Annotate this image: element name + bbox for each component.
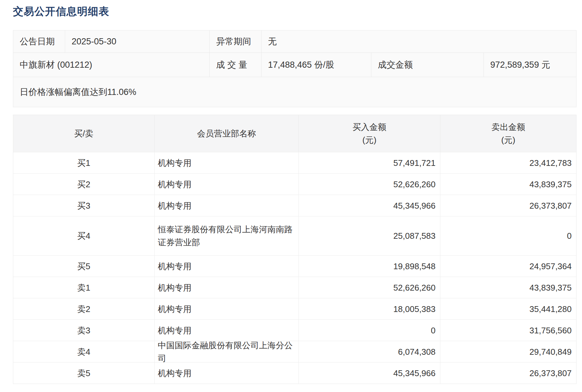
header-side-label: 买/卖	[74, 127, 93, 140]
header-sell-line1: 卖出金额	[492, 121, 525, 133]
cell-buy-amount: 18,005,383	[299, 298, 440, 319]
cell-buy-amount: 52,626,260	[299, 277, 440, 298]
info-row-announcement: 公告日期 2025-05-30 异常期间 无	[13, 30, 576, 53]
cell-branch: 恒泰证券股份有限公司上海河南南路证券营业部	[155, 216, 299, 255]
header-buy-line1: 买入金额	[353, 121, 386, 133]
table-row-buy1: 买1 机构专用 57,491,721 23,412,783	[13, 152, 576, 173]
table-row-buy5: 买5 机构专用 19,898,548 24,957,364	[13, 255, 576, 277]
cell-sell-amount: 0	[440, 216, 576, 255]
header-sell-amount: 卖出金额 (元)	[440, 115, 576, 152]
cell-branch: 机构专用	[155, 152, 299, 173]
cell-sell-amount: 26,373,807	[440, 195, 576, 216]
table-header-row: 买/卖 会员营业部名称 买入金额 (元) 卖出金额 (元)	[13, 115, 576, 152]
table-row-buy3: 买3 机构专用 45,345,966 26,373,807	[13, 195, 576, 216]
cell-side: 买4	[13, 216, 155, 255]
table-row-sell1: 卖1 机构专用 52,626,260 43,839,375	[13, 277, 576, 298]
info-row-deviation: 日价格涨幅偏离值达到11.06%	[13, 77, 576, 107]
announcement-date-label: 公告日期	[13, 30, 65, 52]
cell-side: 卖1	[13, 277, 155, 298]
turnover-label: 成交金额	[371, 53, 484, 77]
cell-buy-amount: 19,898,548	[299, 256, 440, 277]
announcement-date-value: 2025-05-30	[65, 30, 210, 52]
cell-side: 买1	[13, 152, 155, 173]
cell-side: 卖4	[13, 341, 155, 362]
header-buy-amount: 买入金额 (元)	[299, 115, 440, 152]
cell-side: 卖3	[13, 320, 155, 341]
table-row-sell5: 卖5 机构专用 45,345,966 26,373,807	[13, 362, 576, 384]
header-branch: 会员营业部名称	[155, 115, 299, 152]
cell-side: 卖5	[13, 363, 155, 384]
table-row-sell3: 卖3 机构专用 0 31,756,560	[13, 319, 576, 341]
cell-buy-amount: 45,345,966	[299, 195, 440, 216]
cell-sell-amount: 31,756,560	[440, 320, 576, 341]
table-row-buy4: 买4 恒泰证券股份有限公司上海河南南路证券营业部 25,087,583 0	[13, 216, 576, 255]
header-buy-line2: (元)	[362, 133, 376, 146]
cell-branch: 机构专用	[155, 174, 299, 195]
cell-branch: 机构专用	[155, 363, 299, 384]
cell-buy-amount: 25,087,583	[299, 216, 440, 255]
cell-sell-amount: 24,957,364	[440, 256, 576, 277]
header-side: 买/卖	[13, 115, 155, 152]
cell-sell-amount: 26,373,807	[440, 363, 576, 384]
cell-buy-amount: 52,626,260	[299, 174, 440, 195]
table-row-sell2: 卖2 机构专用 18,005,383 35,441,280	[13, 298, 576, 319]
trading-detail-table: 买/卖 会员营业部名称 买入金额 (元) 卖出金额 (元) 买1 机构专用 57…	[13, 115, 576, 384]
table-row-sell4: 卖4 中国国际金融股份有限公司上海分公司 6,074,308 29,740,84…	[13, 341, 576, 362]
stock-name-code: 中旗新材 (001212)	[13, 53, 210, 77]
cell-sell-amount: 43,839,375	[440, 277, 576, 298]
info-row-stock: 中旗新材 (001212) 成 交 量 17,488,465 份/股 成交金额 …	[13, 53, 576, 77]
page: 交易公开信息明细表 公告日期 2025-05-30 异常期间 无 中旗新材 (0…	[0, 0, 582, 384]
cell-buy-amount: 45,345,966	[299, 363, 440, 384]
cell-branch: 机构专用	[155, 277, 299, 298]
abnormal-period-label: 异常期间	[210, 30, 262, 52]
cell-branch: 中国国际金融股份有限公司上海分公司	[155, 341, 299, 362]
cell-buy-amount: 57,491,721	[299, 152, 440, 173]
header-sell-line2: (元)	[501, 133, 515, 146]
cell-side: 买3	[13, 195, 155, 216]
cell-buy-amount: 0	[299, 320, 440, 341]
cell-branch: 机构专用	[155, 320, 299, 341]
cell-side: 买2	[13, 174, 155, 195]
turnover-value: 972,589,359 元	[484, 53, 576, 77]
volume-label: 成 交 量	[210, 53, 262, 77]
cell-sell-amount: 23,412,783	[440, 152, 576, 173]
cell-sell-amount: 35,441,280	[440, 298, 576, 319]
summary-info-table: 公告日期 2025-05-30 异常期间 无 中旗新材 (001212) 成 交…	[13, 30, 576, 107]
deviation-note: 日价格涨幅偏离值达到11.06%	[13, 77, 576, 107]
header-branch-label: 会员营业部名称	[197, 127, 256, 140]
cell-buy-amount: 6,074,308	[299, 341, 440, 362]
cell-side: 买5	[13, 256, 155, 277]
page-title: 交易公开信息明细表	[13, 5, 582, 17]
volume-value: 17,488,465 份/股	[262, 53, 371, 77]
cell-branch: 机构专用	[155, 298, 299, 319]
cell-side: 卖2	[13, 298, 155, 319]
cell-sell-amount: 43,839,375	[440, 174, 576, 195]
cell-branch: 机构专用	[155, 256, 299, 277]
cell-sell-amount: 29,740,849	[440, 341, 576, 362]
cell-branch: 机构专用	[155, 195, 299, 216]
abnormal-period-value: 无	[262, 30, 576, 52]
table-row-buy2: 买2 机构专用 52,626,260 43,839,375	[13, 173, 576, 195]
